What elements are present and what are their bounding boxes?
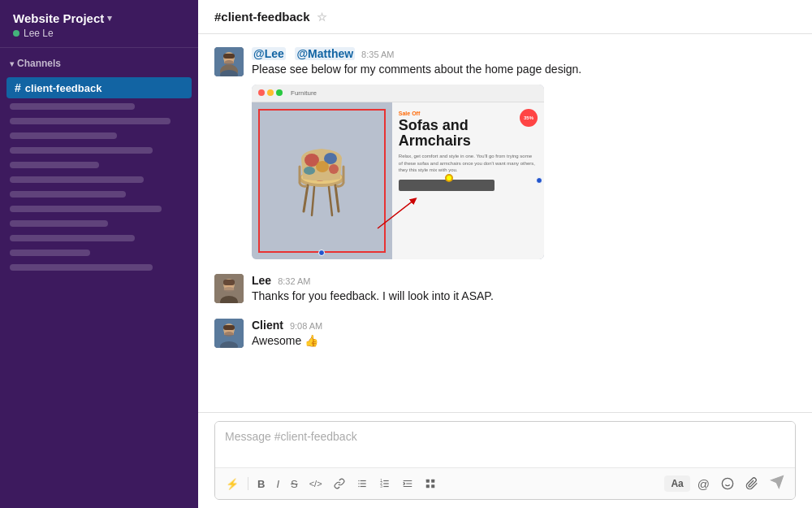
svg-line-19 bbox=[335, 185, 339, 211]
sidebar-header: Website Project ▾ Lee Le bbox=[0, 0, 198, 48]
send-button[interactable] bbox=[766, 472, 788, 495]
font-size-button[interactable]: Aa bbox=[664, 475, 689, 492]
discount-badge: 35% bbox=[520, 109, 538, 127]
main-content: #client-feedback ☆ bbox=[198, 0, 812, 508]
toolbar-separator bbox=[248, 477, 248, 490]
message-meta: Client 9:08 AM bbox=[252, 319, 796, 332]
channel-placeholder[interactable] bbox=[10, 162, 99, 168]
channel-hash-icon: # bbox=[15, 81, 21, 94]
channel-placeholder[interactable] bbox=[10, 118, 171, 124]
channels-section-label[interactable]: ▾ Channels bbox=[10, 58, 188, 69]
svg-point-56 bbox=[722, 478, 732, 488]
svg-rect-26 bbox=[223, 280, 235, 285]
svg-rect-44 bbox=[383, 480, 388, 481]
chair-panel bbox=[252, 102, 392, 259]
message-row: @Lee @Matthew 8:35 AM Please see below f… bbox=[214, 47, 796, 259]
svg-rect-33 bbox=[223, 325, 235, 330]
channel-placeholder[interactable] bbox=[10, 147, 153, 154]
message-time: 8:35 AM bbox=[361, 50, 394, 59]
channel-placeholder[interactable] bbox=[10, 220, 108, 227]
channel-placeholder[interactable] bbox=[10, 206, 162, 212]
message-text: Please see below for my comments about t… bbox=[252, 62, 796, 78]
svg-text:3: 3 bbox=[380, 484, 382, 488]
channel-placeholder[interactable] bbox=[10, 176, 144, 183]
composer-right-tools: Aa @ bbox=[664, 472, 788, 495]
message-time: 9:08 AM bbox=[290, 321, 322, 331]
svg-rect-41 bbox=[358, 486, 359, 487]
channels-section: ▾ Channels bbox=[0, 48, 198, 77]
svg-rect-6 bbox=[223, 54, 235, 59]
sale-label: Sale Off bbox=[399, 111, 536, 116]
avatar bbox=[214, 274, 244, 303]
message-input[interactable] bbox=[215, 422, 795, 464]
svg-rect-42 bbox=[360, 486, 365, 487]
design-title: Sofas and Armchairs bbox=[399, 118, 536, 150]
svg-rect-53 bbox=[431, 480, 434, 483]
message-time: 8:32 AM bbox=[278, 276, 310, 286]
channel-placeholder[interactable] bbox=[10, 264, 153, 271]
more-tools-button[interactable] bbox=[421, 475, 440, 492]
svg-rect-40 bbox=[360, 483, 365, 484]
composer-area: ⚡ B I S </> 123 bbox=[198, 412, 812, 508]
svg-point-17 bbox=[329, 164, 339, 174]
link-button[interactable] bbox=[330, 475, 349, 492]
mention-matthew: @Matthew bbox=[295, 47, 355, 60]
star-icon[interactable]: ☆ bbox=[317, 11, 327, 24]
svg-rect-46 bbox=[383, 483, 388, 484]
svg-rect-38 bbox=[360, 480, 365, 481]
strikethrough-button[interactable]: S bbox=[287, 475, 302, 493]
workspace-name[interactable]: Website Project ▾ bbox=[13, 11, 185, 25]
svg-line-21 bbox=[329, 187, 332, 215]
svg-line-18 bbox=[304, 185, 308, 211]
indent-button[interactable] bbox=[398, 475, 417, 492]
resize-handle bbox=[318, 250, 325, 256]
message-row: Lee 8:32 AM Thanks for you feedback. I w… bbox=[214, 274, 796, 305]
avatar bbox=[214, 47, 244, 76]
composer-toolbar: ⚡ B I S </> 123 bbox=[215, 467, 795, 499]
message-content: Client 9:08 AM Awesome 👍 bbox=[252, 319, 796, 350]
channel-placeholder[interactable] bbox=[10, 191, 126, 198]
minimize-btn bbox=[267, 89, 274, 96]
status-dot bbox=[13, 30, 19, 37]
svg-rect-55 bbox=[431, 484, 434, 488]
workspace-chevron: ▾ bbox=[107, 13, 112, 24]
message-meta: @Lee @Matthew 8:35 AM bbox=[252, 47, 796, 60]
window-controls bbox=[258, 89, 283, 96]
svg-point-36 bbox=[224, 332, 234, 336]
design-preview: Furniture bbox=[252, 85, 544, 259]
design-body-text: Relax, get comfort and style in one. You… bbox=[399, 153, 536, 173]
bold-button[interactable]: B bbox=[253, 475, 269, 493]
code-button[interactable]: </> bbox=[305, 476, 326, 491]
message-sender: Client bbox=[252, 319, 283, 332]
svg-rect-48 bbox=[383, 486, 388, 487]
chair-image bbox=[292, 142, 352, 219]
user-status: Lee Le bbox=[13, 28, 185, 39]
attach-button[interactable] bbox=[741, 475, 762, 493]
svg-rect-52 bbox=[425, 480, 429, 483]
channel-placeholder[interactable] bbox=[10, 103, 135, 110]
channel-placeholder[interactable] bbox=[10, 132, 117, 139]
channels-label: Channels bbox=[17, 58, 61, 69]
mention-button[interactable]: @ bbox=[693, 475, 714, 493]
channel-placeholder[interactable] bbox=[10, 250, 90, 256]
message-meta: Lee 8:32 AM bbox=[252, 274, 796, 287]
channel-header-name: #client-feedback bbox=[214, 10, 310, 24]
unordered-list-button[interactable] bbox=[352, 475, 372, 492]
svg-point-16 bbox=[304, 167, 315, 175]
ordered-list-button[interactable]: 123 bbox=[375, 475, 395, 492]
italic-button[interactable]: I bbox=[272, 475, 283, 493]
message-sender: @Lee @Matthew bbox=[252, 47, 355, 60]
sidebar-item-client-feedback[interactable]: # client-feedback bbox=[6, 77, 192, 98]
message-content: Lee 8:32 AM Thanks for you feedback. I w… bbox=[252, 274, 796, 305]
emoji-button[interactable] bbox=[717, 475, 738, 493]
workspace-title: Website Project bbox=[13, 11, 104, 25]
message-row: Client 9:08 AM Awesome 👍 bbox=[214, 319, 796, 350]
channel-placeholder[interactable] bbox=[10, 235, 135, 241]
maximize-btn bbox=[276, 89, 283, 96]
svg-rect-54 bbox=[425, 484, 429, 488]
svg-rect-39 bbox=[358, 483, 359, 484]
message-sender: Lee bbox=[252, 274, 271, 287]
lightning-button[interactable]: ⚡ bbox=[222, 475, 243, 493]
resize-handle-right bbox=[536, 177, 542, 184]
channels-arrow: ▾ bbox=[10, 59, 14, 68]
